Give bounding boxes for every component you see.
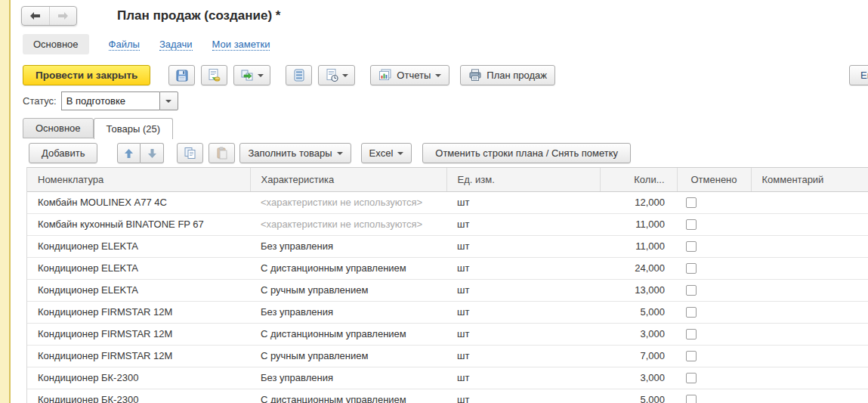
column-header-comment[interactable]: Комментарий bbox=[751, 168, 868, 191]
cell-unit[interactable]: шт bbox=[446, 301, 600, 323]
cell-quantity[interactable]: 24,000 bbox=[600, 257, 677, 279]
cancelled-checkbox[interactable] bbox=[686, 241, 697, 252]
cell-quantity[interactable]: 5,000 bbox=[600, 301, 677, 323]
cell-quantity[interactable]: 3,000 bbox=[600, 323, 677, 345]
cell-nomenclature[interactable]: Кондиционер FIRMSTAR 12M bbox=[27, 323, 250, 345]
cell-quantity[interactable]: 13,000 bbox=[600, 279, 677, 301]
column-header-nomenclature[interactable]: Номенклатура bbox=[27, 168, 250, 191]
cell-unit[interactable]: шт bbox=[446, 345, 600, 367]
cell-unit[interactable]: шт bbox=[446, 191, 600, 213]
save-button[interactable] bbox=[168, 65, 195, 85]
table-row[interactable]: Кондиционер БК-2300С дистанционным управ… bbox=[27, 389, 868, 403]
column-header-quantity[interactable]: Коли... bbox=[600, 168, 677, 191]
reports-button[interactable]: Отчеты bbox=[370, 65, 449, 85]
cell-cancelled[interactable] bbox=[677, 345, 751, 367]
cell-cancelled[interactable] bbox=[677, 389, 751, 403]
cell-unit[interactable]: шт bbox=[446, 279, 600, 301]
document-history-button[interactable] bbox=[318, 65, 355, 85]
post-document-button[interactable] bbox=[201, 65, 227, 85]
excel-button[interactable]: Excel bbox=[361, 143, 412, 163]
tab-main[interactable]: Основное bbox=[23, 118, 94, 138]
forward-button[interactable] bbox=[49, 7, 77, 25]
cell-characteristic[interactable]: С ручным управлением bbox=[250, 279, 446, 301]
cell-unit[interactable]: шт bbox=[446, 389, 600, 403]
cancelled-checkbox[interactable] bbox=[686, 263, 697, 274]
create-based-on-button[interactable] bbox=[233, 65, 270, 85]
cell-comment[interactable] bbox=[751, 257, 868, 279]
cell-quantity[interactable]: 12,000 bbox=[600, 191, 677, 213]
paste-button[interactable] bbox=[209, 143, 235, 163]
cell-cancelled[interactable] bbox=[677, 191, 751, 213]
table-row[interactable]: Кондиционер FIRMSTAR 12MБез управленияшт… bbox=[27, 301, 868, 323]
cell-cancelled[interactable] bbox=[677, 235, 751, 257]
cell-comment[interactable] bbox=[751, 191, 868, 213]
cancelled-checkbox[interactable] bbox=[686, 351, 697, 361]
table-row[interactable]: Кондиционер ELEKTAС дистанционным управл… bbox=[27, 257, 868, 279]
cell-characteristic[interactable]: С дистанционным управлением bbox=[250, 389, 446, 403]
column-header-cancelled[interactable]: Отменено bbox=[677, 168, 751, 191]
cell-nomenclature[interactable]: Кондиционер ELEKTA bbox=[27, 257, 250, 279]
cell-comment[interactable] bbox=[751, 301, 868, 323]
table-row[interactable]: Комбайн MOULINEX А77 4C<характеристики н… bbox=[27, 191, 868, 213]
navlink-notes[interactable]: Мои заметки bbox=[212, 39, 270, 51]
cell-comment[interactable] bbox=[751, 345, 868, 367]
print-sales-plan-button[interactable]: План продаж bbox=[460, 65, 555, 85]
move-row-up-button[interactable] bbox=[117, 143, 141, 163]
cell-cancelled[interactable] bbox=[677, 257, 751, 279]
post-and-close-button[interactable]: Провести и закрыть bbox=[23, 65, 150, 85]
table-row[interactable]: Кондиционер БК-2300Без управленияшт3,000 bbox=[27, 367, 868, 389]
cell-nomenclature[interactable]: Комбайн кухонный BINATONE FP 67 bbox=[27, 213, 250, 235]
table-row[interactable]: Кондиционер ELEKTAБез управленияшт11,000 bbox=[27, 235, 868, 257]
cancelled-checkbox[interactable] bbox=[686, 395, 697, 403]
back-button[interactable] bbox=[22, 7, 49, 25]
cell-comment[interactable] bbox=[751, 235, 868, 257]
add-row-button[interactable]: Добавить bbox=[29, 143, 97, 163]
cell-quantity[interactable]: 11,000 bbox=[600, 213, 677, 235]
cell-quantity[interactable]: 7,000 bbox=[600, 345, 677, 367]
status-dropdown-button[interactable] bbox=[159, 91, 178, 110]
cell-characteristic[interactable]: С дистанционным управлением bbox=[250, 257, 446, 279]
cell-nomenclature[interactable]: Кондиционер FIRMSTAR 12M bbox=[27, 345, 250, 367]
cell-nomenclature[interactable]: Кондиционер БК-2300 bbox=[27, 367, 250, 389]
cell-characteristic[interactable]: С дистанционным управлением bbox=[250, 323, 446, 345]
cancelled-checkbox[interactable] bbox=[686, 219, 697, 230]
table-row[interactable]: Кондиционер FIRMSTAR 12MС ручным управле… bbox=[27, 345, 868, 367]
cancelled-checkbox[interactable] bbox=[686, 329, 697, 339]
cell-cancelled[interactable] bbox=[677, 213, 751, 235]
cell-quantity[interactable]: 3,000 bbox=[600, 367, 677, 389]
cell-comment[interactable] bbox=[751, 367, 868, 389]
cell-unit[interactable]: шт bbox=[446, 213, 600, 235]
cell-nomenclature[interactable]: Кондиционер ELEKTA bbox=[27, 279, 250, 301]
cancelled-checkbox[interactable] bbox=[686, 373, 697, 383]
cancelled-checkbox[interactable] bbox=[686, 307, 697, 318]
column-header-unit[interactable]: Ед. изм. bbox=[446, 168, 600, 191]
cell-comment[interactable] bbox=[751, 213, 868, 235]
cell-nomenclature[interactable]: Кондиционер ELEKTA bbox=[27, 235, 250, 257]
copy-button[interactable] bbox=[177, 143, 203, 163]
cell-unit[interactable]: шт bbox=[446, 257, 600, 279]
register-list-button[interactable] bbox=[286, 65, 312, 85]
cell-characteristic[interactable]: <характеристики не используются> bbox=[250, 191, 446, 213]
cell-cancelled[interactable] bbox=[677, 279, 751, 301]
cell-nomenclature[interactable]: Кондиционер FIRMSTAR 12M bbox=[27, 301, 250, 323]
cell-unit[interactable]: шт bbox=[446, 323, 600, 345]
cell-cancelled[interactable] bbox=[677, 301, 751, 323]
table-row[interactable]: Кондиционер FIRMSTAR 12MС дистанционным … bbox=[27, 323, 868, 345]
move-row-down-button[interactable] bbox=[141, 143, 164, 163]
cell-nomenclature[interactable]: Комбайн MOULINEX А77 4C bbox=[27, 191, 250, 213]
cell-cancelled[interactable] bbox=[677, 367, 751, 389]
cell-quantity[interactable]: 11,000 bbox=[600, 235, 677, 257]
cell-characteristic[interactable]: С ручным управлением bbox=[250, 345, 446, 367]
cell-characteristic[interactable]: Без управления bbox=[250, 367, 446, 389]
navlink-files[interactable]: Файлы bbox=[109, 39, 140, 51]
cell-comment[interactable] bbox=[751, 279, 868, 301]
navlink-tasks[interactable]: Задачи bbox=[159, 39, 193, 51]
cell-unit[interactable]: шт bbox=[446, 367, 600, 389]
status-field[interactable]: В подготовке bbox=[61, 91, 159, 110]
cell-cancelled[interactable] bbox=[677, 323, 751, 345]
cell-unit[interactable]: шт bbox=[446, 235, 600, 257]
more-button[interactable]: Еще bbox=[849, 65, 868, 85]
navlink-main[interactable]: Основное bbox=[23, 34, 89, 54]
table-row[interactable]: Кондиционер ELEKTAС ручным управлениемшт… bbox=[27, 279, 868, 301]
cell-nomenclature[interactable]: Кондиционер БК-2300 bbox=[27, 389, 250, 403]
